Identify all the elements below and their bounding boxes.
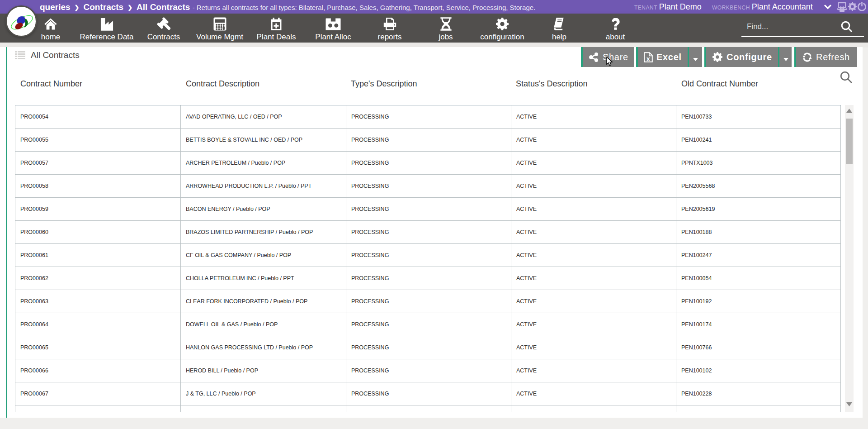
svg-text:x: x	[646, 55, 650, 62]
